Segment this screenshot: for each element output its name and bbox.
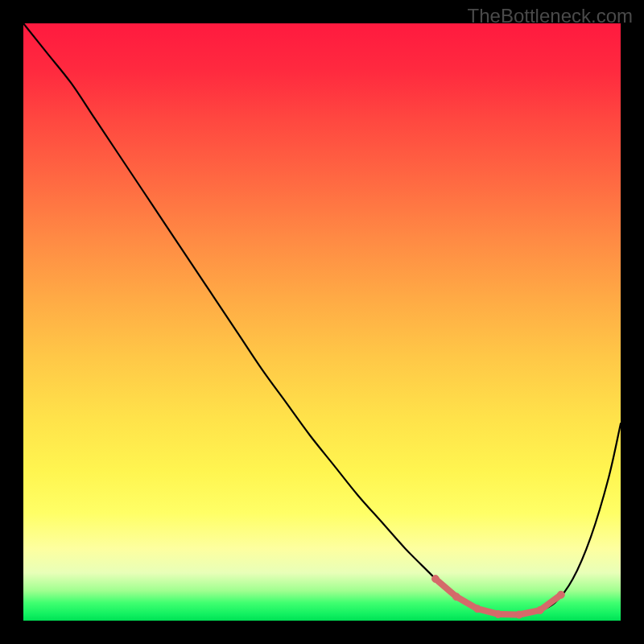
highlight-segment xyxy=(481,609,495,613)
highlight-dot xyxy=(515,611,522,618)
chart-highlight-region xyxy=(431,576,564,619)
highlight-segment xyxy=(522,611,537,614)
highlight-dot xyxy=(536,607,543,614)
watermark-text: TheBottleneck.com xyxy=(468,5,633,27)
chart-svg xyxy=(23,23,621,621)
highlight-dot xyxy=(431,576,439,583)
highlight-dot xyxy=(557,591,564,598)
highlight-dot xyxy=(473,605,481,613)
highlight-dot xyxy=(452,593,460,601)
highlight-segment xyxy=(438,581,454,595)
chart-plot-area xyxy=(23,23,621,621)
highlight-dot xyxy=(494,610,502,617)
highlight-segment xyxy=(459,598,474,607)
chart-curve-line xyxy=(23,23,621,615)
